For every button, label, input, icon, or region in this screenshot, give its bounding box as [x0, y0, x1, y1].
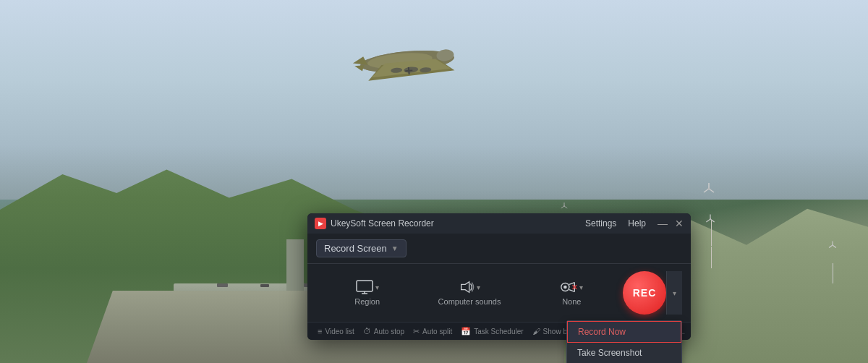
- svg-line-35: [569, 283, 574, 285]
- camera-control[interactable]: ▾ None: [521, 277, 623, 309]
- speaker-icon: [459, 280, 475, 294]
- show-brush-icon: 🖌: [532, 327, 540, 336]
- camera-icon: [560, 280, 577, 294]
- svg-point-7: [710, 218, 711, 220]
- task-scheduler-icon: 📅: [461, 327, 471, 336]
- mode-label: Record Screen: [324, 243, 387, 254]
- region-arrow: ▾: [375, 283, 379, 291]
- svg-point-15: [563, 205, 565, 207]
- svg-line-28: [405, 71, 412, 72]
- sounds-arrow: ▾: [477, 283, 480, 291]
- rec-dropdown-toggle[interactable]: ▾: [666, 271, 682, 315]
- app-window: ▶ UkeySoft Screen Recorder Settings Help…: [307, 213, 691, 340]
- video-list-item[interactable]: ≡ Video list: [313, 327, 359, 336]
- svg-rect-29: [357, 281, 373, 291]
- controls-row: ▾ Region ▾ Computer sounds: [307, 264, 691, 322]
- camera-arrow: ▾: [579, 283, 583, 291]
- camera-label: None: [562, 297, 581, 306]
- record-now-item[interactable]: Record Now: [567, 321, 681, 343]
- region-control[interactable]: ▾ Region: [316, 277, 418, 309]
- task-scheduler-label: Task Scheduler: [474, 328, 523, 336]
- auto-split-label: Auto split: [422, 328, 452, 336]
- rec-area: REC ▾ Record Now Take Screenshot Countdo…: [623, 271, 682, 315]
- rec-dropdown-arrow: ▾: [673, 289, 676, 297]
- region-label: Region: [354, 297, 380, 306]
- settings-menu[interactable]: Settings: [585, 218, 616, 229]
- sounds-label: Computer sounds: [438, 297, 501, 306]
- computer-sounds-control[interactable]: ▾ Computer sounds: [418, 277, 520, 309]
- auto-stop-label: Auto stop: [374, 328, 404, 336]
- mode-dropdown[interactable]: Record Screen ▼: [316, 239, 407, 257]
- app-icon: ▶: [315, 218, 326, 229]
- svg-line-36: [569, 290, 574, 292]
- rec-dropdown-menu: Record Now Take Screenshot Countdown Rec…: [566, 320, 682, 363]
- svg-point-11: [832, 244, 833, 246]
- svg-point-34: [563, 286, 567, 289]
- auto-stop-item[interactable]: ⏱ Auto stop: [359, 327, 409, 336]
- mode-bar: Record Screen ▼: [307, 234, 691, 264]
- app-title: UkeySoft Screen Recorder: [331, 218, 434, 229]
- auto-split-item[interactable]: ✂ Auto split: [409, 327, 456, 336]
- auto-split-icon: ✂: [413, 327, 420, 336]
- minimize-button[interactable]: —: [658, 218, 668, 229]
- mode-dropdown-arrow: ▼: [391, 244, 399, 252]
- help-menu[interactable]: Help: [628, 218, 646, 229]
- svg-marker-32: [461, 282, 469, 293]
- video-list-icon: ≡: [318, 327, 322, 336]
- take-screenshot-item[interactable]: Take Screenshot: [567, 343, 681, 363]
- monitor-icon: [356, 280, 373, 294]
- title-bar: ▶ UkeySoft Screen Recorder Settings Help…: [307, 213, 691, 234]
- auto-stop-icon: ⏱: [363, 327, 371, 336]
- svg-marker-22: [354, 65, 365, 72]
- video-list-label: Video list: [325, 328, 354, 336]
- close-button[interactable]: ✕: [675, 218, 684, 229]
- task-scheduler-item[interactable]: 📅 Task Scheduler: [456, 327, 527, 336]
- svg-point-3: [708, 188, 710, 190]
- rec-button[interactable]: REC: [623, 271, 666, 315]
- rec-label: REC: [633, 287, 657, 299]
